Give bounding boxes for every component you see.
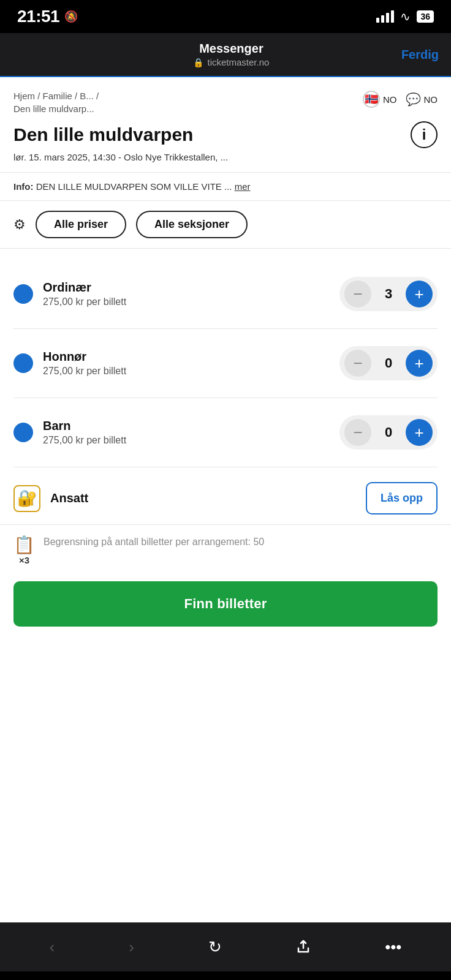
ansatt-left: 🔐 Ansatt (13, 485, 88, 512)
mute-icon: 🔕 (64, 10, 78, 23)
breadcrumb-line2: Den lille muldvarp... (13, 102, 99, 115)
ticket-row-barn: Barn 275,00 kr per billett − 0 + (13, 398, 438, 467)
browser-url: ticketmaster.no (207, 57, 269, 67)
info-button[interactable]: i (411, 121, 438, 148)
lang-no-flag[interactable]: 🇳🇴 NO (363, 91, 397, 108)
home-indicator (0, 971, 451, 980)
ticket-dot-barn (13, 423, 33, 442)
ticket-info-ordinaer: Ordinær 275,00 kr per billett (13, 281, 126, 307)
browser-title-area: Messenger 🔒 ticketmaster.no (61, 42, 401, 67)
info-more-link[interactable]: mer (235, 181, 251, 192)
lock-icon: 🔒 (193, 58, 203, 67)
ticket-name-honnor: Honnør (43, 350, 126, 364)
count-barn: 0 (377, 424, 400, 440)
find-btn-wrap: Finn billetter (0, 573, 451, 640)
ticket-row-ordinaer: Ordinær 275,00 kr per billett − 3 + (13, 260, 438, 329)
status-icons: ∿ 36 (376, 9, 434, 24)
breadcrumb-line1: Hjem / Familie / B... / (13, 89, 99, 102)
all-prices-button[interactable]: Alle priser (36, 211, 126, 238)
ticket-icon-area: 📋 ×3 (13, 535, 35, 565)
ticket-row-ansatt: 🔐 Ansatt Lås opp (13, 467, 438, 524)
nav-back-button[interactable]: ‹ (39, 933, 66, 962)
all-sections-button[interactable]: Alle seksjoner (136, 211, 248, 238)
info-label: Info: (13, 181, 33, 192)
lang-no-label: NO (383, 94, 397, 105)
nav-forward-button[interactable]: › (118, 933, 145, 962)
browser-app-name: Messenger (199, 42, 263, 56)
lang-flags: 🇳🇴 NO 💬 NO (363, 91, 438, 108)
ticket-count-icon: 📋 (13, 535, 35, 555)
increment-honnor[interactable]: + (406, 350, 433, 377)
lang-chat[interactable]: 💬 NO (406, 91, 438, 108)
increment-ordinaer[interactable]: + (406, 281, 433, 307)
limit-text: Begrensning på antall billetter per arra… (44, 535, 264, 549)
lock-badge-icon: 🔐 (13, 485, 40, 512)
stepper-ordinaer: − 3 + (339, 277, 438, 311)
stepper-barn: − 0 + (339, 415, 438, 450)
wifi-icon: ∿ (400, 9, 411, 24)
ticket-details-barn: Barn 275,00 kr per billett (43, 419, 126, 446)
filter-icon: ⚙ (13, 217, 26, 233)
nav-refresh-button[interactable]: ↻ (197, 933, 233, 962)
ticket-info-barn: Barn 275,00 kr per billett (13, 419, 126, 446)
ticket-price-barn: 275,00 kr per billett (43, 435, 126, 446)
ticket-name-ordinaer: Ordinær (43, 281, 126, 295)
bottom-info: 📋 ×3 Begrensning på antall billetter per… (0, 524, 451, 573)
ticket-name-barn: Barn (43, 419, 126, 433)
browser-done-button[interactable]: Ferdig (401, 48, 439, 62)
increment-barn[interactable]: + (406, 419, 433, 446)
las-opp-button[interactable]: Lås opp (366, 482, 438, 514)
lang-no-chat-label: NO (424, 94, 438, 105)
count-honnor: 0 (377, 355, 400, 371)
find-tickets-button[interactable]: Finn billetter (13, 581, 438, 627)
decrement-honnor[interactable]: − (344, 350, 371, 377)
ticket-dot-ordinaer (13, 284, 33, 304)
event-date: lør. 15. mars 2025, 14:30 - Oslo Nye Tri… (13, 152, 438, 162)
decrement-ordinaer[interactable]: − (344, 281, 371, 307)
info-bar: Info: DEN LILLE MULDVARPEN SOM VILLE VIT… (0, 173, 451, 201)
page-header: Hjem / Familie / B... / Den lille muldva… (0, 77, 451, 173)
battery-indicator: 36 (417, 10, 434, 23)
main-content: Hjem / Familie / B... / Den lille muldva… (0, 77, 451, 922)
ticket-price-ordinaer: 275,00 kr per billett (43, 296, 126, 307)
status-bar: 21:51 🔕 ∿ 36 (0, 0, 451, 33)
count-ordinaer: 3 (377, 286, 400, 302)
decrement-barn[interactable]: − (344, 419, 371, 446)
browser-nav: ‹ › ↻ ••• (0, 922, 451, 971)
event-title: Den lille muldvarpen (13, 124, 193, 145)
ticket-details-ordinaer: Ordinær 275,00 kr per billett (43, 281, 126, 307)
ticket-details-honnor: Honnør 275,00 kr per billett (43, 350, 126, 377)
status-time: 21:51 (17, 7, 59, 26)
filter-row: ⚙ Alle priser Alle seksjoner (0, 201, 451, 249)
ticket-x3-label: ×3 (19, 555, 29, 565)
ticket-info-honnor: Honnør 275,00 kr per billett (13, 350, 126, 377)
ticket-dot-honnor (13, 353, 33, 373)
ticket-name-ansatt: Ansatt (50, 491, 88, 505)
ticket-section: Ordinær 275,00 kr per billett − 3 + Honn… (0, 260, 451, 524)
chat-icon: 💬 (406, 92, 421, 107)
stepper-honnor: − 0 + (339, 346, 438, 380)
norway-flag-icon: 🇳🇴 (363, 91, 380, 108)
nav-share-button[interactable] (285, 935, 322, 959)
browser-bar: Messenger 🔒 ticketmaster.no Ferdig (0, 33, 451, 77)
info-text: DEN LILLE MULDVARPEN SOM VILLE VITE ... (36, 181, 232, 192)
ticket-row-honnor: Honnør 275,00 kr per billett − 0 + (13, 329, 438, 398)
signal-icon (376, 10, 394, 23)
ticket-price-honnor: 275,00 kr per billett (43, 366, 126, 377)
nav-more-button[interactable]: ••• (374, 933, 412, 962)
